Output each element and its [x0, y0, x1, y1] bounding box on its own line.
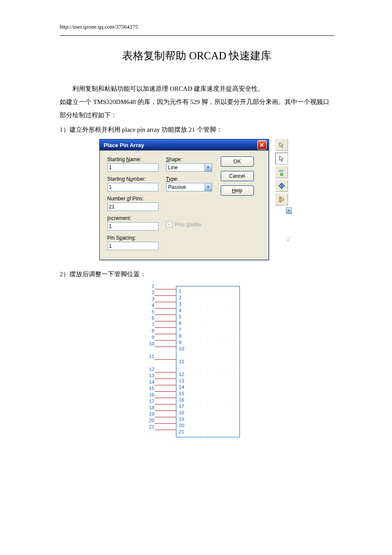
pin-name: 3 [179, 301, 239, 307]
pin-spacing-input[interactable] [107, 242, 159, 250]
diamond-tool-icon[interactable] [275, 180, 288, 192]
svg-rect-3 [280, 197, 281, 202]
pin-number: 5 [146, 309, 155, 314]
pin-name: 6 [179, 320, 239, 327]
step-2: 2）摆放后调整一下管脚位置： [60, 268, 334, 281]
pin-line [155, 347, 176, 347]
pin-name: 12 [179, 371, 239, 378]
pin-line [155, 398, 176, 398]
select-tool-icon[interactable] [275, 153, 288, 165]
pin-line [155, 295, 176, 296]
paragraph-2: 如建立一个 TMS320DM648 的库，因为元件有 529 脚，所以要分开几部… [60, 95, 334, 122]
pin-number: 11 [146, 354, 155, 359]
pin-line [155, 315, 176, 315]
place-pin-array-dialog: Place Pin Array ✕ Starting Name: Startin… [99, 139, 269, 260]
pin-row: 11 [146, 356, 176, 363]
pin-number: 15 [146, 386, 155, 391]
pin-line [155, 410, 176, 411]
scroll-strip-icon[interactable]: ▼ [286, 207, 292, 214]
increment-input[interactable] [107, 222, 159, 231]
paragraph-1: 利用复制和粘贴功能可以加速原理 ORCAD 建库速度并提高安全性。 [60, 82, 334, 95]
pins-visible-checkbox: ✓ Pins Visible [166, 221, 212, 228]
ok-button[interactable]: OK [221, 156, 254, 167]
pin-line [155, 327, 176, 328]
pin-row: 10 [146, 344, 176, 350]
pin-name: 2 [179, 295, 239, 301]
pin-spacing-label: Pin Spacing: [107, 235, 159, 241]
number-of-pins-label: Number of Pins: [107, 196, 159, 202]
pin-name: 7 [179, 327, 239, 333]
pin-number: 4 [146, 303, 155, 308]
grid-zoom-indicator: ·4· [284, 237, 292, 243]
pin-name: 21 [179, 429, 239, 435]
header-link: http://user.qzone.qq.com/37564275 [60, 23, 334, 30]
dialog-titlebar: Place Pin Array ✕ [100, 139, 268, 150]
pin-name: 14 [179, 384, 239, 390]
starting-name-input[interactable] [107, 163, 159, 172]
svg-point-1 [280, 185, 281, 186]
pin-line [155, 372, 176, 373]
pin-name: 19 [179, 416, 239, 422]
pin-line [155, 302, 176, 302]
pin-line [155, 289, 176, 289]
pin-name: 16 [179, 397, 239, 403]
svg-point-2 [282, 185, 283, 186]
pin-number: 17 [146, 399, 155, 404]
pin-name: 5 [179, 314, 239, 320]
pin-name: 20 [179, 422, 239, 429]
checkbox-icon: ✓ [166, 221, 173, 228]
pin-number: 13 [146, 373, 155, 378]
pin-line [155, 423, 176, 424]
pin-line [155, 321, 176, 321]
pin-number: 10 [146, 341, 155, 346]
pin-line [155, 430, 176, 430]
chevron-down-icon: ▼ [205, 183, 212, 191]
pin-number: 8 [146, 328, 155, 333]
header-rule [60, 35, 334, 36]
pin-name: 17 [179, 403, 239, 410]
shape-label: Shape: [166, 156, 212, 162]
help-button[interactable]: Help [221, 185, 254, 196]
cancel-button[interactable]: Cancel [221, 171, 254, 181]
pin-number: 7 [146, 322, 155, 327]
pin-name: 4 [179, 307, 239, 314]
pin-name: 1 [179, 288, 239, 295]
dialog-title: Place Pin Array [104, 142, 144, 148]
close-icon[interactable]: ✕ [257, 140, 267, 150]
step-1: 1）建立外形框并利用 place pin array 功能摆放 21 个管脚： [60, 123, 334, 136]
pin-name: 13 [179, 378, 239, 384]
abc-text-tool-icon[interactable]: abc [275, 166, 288, 178]
pin-number: 20 [146, 418, 155, 423]
pin-number: 12 [146, 367, 155, 372]
pin-number: 3 [146, 296, 155, 301]
pin-name: 18 [179, 410, 239, 416]
increment-label: Increment: [107, 215, 159, 221]
pin-number: 19 [146, 411, 155, 416]
pin-line [155, 340, 176, 341]
type-select[interactable]: Passive ▼ [166, 183, 212, 191]
pin-number: 1 [146, 283, 155, 289]
pin-layout-diagram: 123456789101112131415161718192021 123456… [146, 283, 248, 446]
pin-line [155, 334, 176, 334]
pin-line [155, 385, 176, 385]
pin-line [155, 417, 176, 417]
pin-line [155, 308, 176, 309]
shape-select[interactable]: Line ▼ [166, 163, 212, 172]
arrow-tool-icon[interactable] [275, 139, 288, 151]
starting-number-input[interactable] [107, 183, 159, 191]
pin-line [155, 379, 176, 379]
pin-name: 10 [179, 346, 239, 352]
number-of-pins-input[interactable] [107, 202, 159, 211]
pin-number: 9 [146, 335, 155, 340]
starting-name-label: Starting Name: [107, 156, 159, 162]
bracket-tool-icon[interactable] [275, 194, 288, 205]
pin-number: 6 [146, 315, 155, 321]
side-toolbar: abc ▼ ·4· [271, 139, 292, 260]
pin-number: 18 [146, 405, 155, 410]
pin-row: 21 [146, 427, 176, 433]
type-label: Type: [166, 176, 212, 182]
pin-number: 14 [146, 379, 155, 384]
pin-number: 21 [146, 424, 155, 429]
doc-title: 表格复制帮助 ORCAD 快速建库 [60, 49, 334, 63]
starting-number-label: Starting Number: [107, 176, 159, 182]
